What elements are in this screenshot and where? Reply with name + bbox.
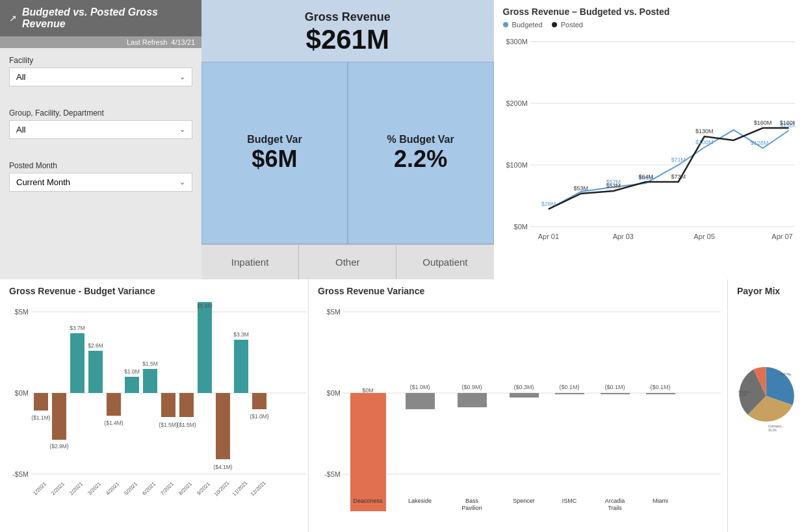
dashboard: ↗ Budgeted vs. Posted Gross Revenue Last… [0, 0, 804, 532]
gross-revenue-label: Gross Revenue [208, 10, 487, 24]
svg-text:$0M: $0M [327, 389, 341, 397]
svg-text:-$5M: -$5M [12, 470, 29, 478]
outpatient-segment[interactable]: Outpatient [396, 245, 493, 279]
revenue-variance-section: Gross Revenue Variance $5M $0M -$5M $0M … [309, 279, 728, 532]
svg-text:($0.1M): ($0.1M) [650, 384, 670, 390]
svg-text:$64M: $64M [638, 173, 653, 180]
deaconess-bar [350, 393, 386, 511]
svg-text:Trails: Trails [608, 505, 622, 511]
svg-text:($1.0M): ($1.0M) [250, 413, 268, 420]
revenue-variance-title: Gross Revenue Variance [318, 286, 718, 296]
budget-variance-section: Gross Revenue - Budget Variance $5M $0M … [0, 279, 309, 532]
revenue-variance-svg: $5M $0M -$5M $0M ($7.3M) Deaconess ($1.0… [318, 301, 727, 516]
svg-text:($1.5M): ($1.5M) [177, 422, 196, 428]
lakeside-bar [406, 393, 435, 409]
svg-text:$300M: $300M [506, 38, 528, 45]
budget-variance-svg: $5M $0M -$5M ($1.1M) 1/2021 ($2.9M) 2/20… [9, 301, 308, 516]
svg-text:$130M: $130M [695, 128, 712, 134]
bar-8 [161, 393, 175, 417]
chevron-down-icon-3: ⌄ [179, 178, 185, 186]
svg-text:Pavilion: Pavilion [461, 505, 482, 511]
svg-text:$3.3M: $3.3M [233, 331, 249, 338]
posted-dot [552, 22, 557, 27]
svg-text:$53M: $53M [573, 185, 588, 192]
bar-6 [125, 377, 139, 393]
facility-label: Facility [9, 56, 192, 65]
bar-12 [234, 340, 248, 393]
line-chart-panel: Gross Revenue – Budgeted vs. Posted Budg… [494, 0, 805, 279]
svg-text:Spencer: Spencer [513, 498, 535, 504]
payor-mix-section: Payor Mix Self Pay [728, 279, 804, 532]
svg-text:$28M: $28M [541, 201, 555, 207]
svg-text:$5M: $5M [327, 308, 341, 316]
svg-text:$0M: $0M [513, 223, 527, 231]
svg-text:9/2021: 9/2021 [196, 481, 211, 496]
svg-text:($1.4M): ($1.4M) [104, 420, 123, 426]
other-segment[interactable]: Other [299, 245, 396, 279]
svg-text:($1.0M): ($1.0M) [409, 384, 430, 390]
svg-text:Apr 01: Apr 01 [538, 233, 558, 240]
budget-var-label: Budget Var [247, 134, 302, 146]
filters-area: Facility All ⌄ Group, Facility, Departme… [0, 48, 201, 209]
svg-text:Miami: Miami [653, 498, 668, 504]
svg-text:$128M: $128M [750, 140, 768, 146]
bar-10 [198, 302, 212, 393]
svg-text:5/2021: 5/2021 [123, 481, 138, 496]
spencer-bar [510, 393, 539, 398]
svg-text:$1.0M: $1.0M [124, 368, 140, 375]
budget-var-box: Budget Var $6M [201, 62, 348, 244]
budget-var-value: $6M [252, 146, 297, 173]
inpatient-segment[interactable]: Inpatient [201, 245, 299, 279]
budget-variance-title: Gross Revenue - Budget Variance [9, 286, 299, 296]
posted-month-select[interactable]: Current Month ⌄ [9, 173, 192, 192]
bar-4 [88, 351, 103, 393]
svg-text:$100M: $100M [506, 161, 528, 169]
last-refresh-label: Last Refresh [127, 38, 167, 46]
svg-text:($0.1M): ($0.1M) [559, 384, 579, 390]
svg-text:($0.3M): ($0.3M) [513, 384, 534, 390]
svg-text:Apr 05: Apr 05 [694, 233, 714, 240]
svg-text:33.1%: 33.1% [768, 429, 777, 432]
bass-pavilion-bar [458, 393, 487, 407]
svg-text:$160M: $160M [753, 120, 771, 126]
svg-text:Commerci...: Commerci... [768, 425, 784, 429]
bar-11 [216, 393, 230, 459]
facility-select[interactable]: All ⌄ [9, 68, 192, 86]
svg-text:2/2021: 2/2021 [50, 481, 66, 496]
facility-filter-group: Facility All ⌄ [9, 56, 192, 86]
chevron-down-icon-2: ⌄ [179, 125, 185, 134]
ismc-bar [555, 393, 584, 394]
gross-revenue-kpi: Gross Revenue $261M [201, 0, 494, 62]
share-icon[interactable]: ↗ [9, 13, 17, 23]
svg-text:Bass: Bass [465, 498, 479, 504]
top-row: ↗ Budgeted vs. Posted Gross Revenue Last… [0, 0, 804, 279]
svg-text:$200M: $200M [506, 99, 528, 107]
line-chart-title: Gross Revenue – Budgeted vs. Posted [503, 6, 796, 17]
svg-text:Self Pay: Self Pay [781, 373, 792, 376]
svg-text:15.5%: 15.5% [738, 394, 747, 397]
line-chart-svg: $300M $200M $100M $0M Apr 01 Apr 03 Apr … [503, 31, 796, 252]
group-select[interactable]: All ⌄ [9, 120, 192, 139]
left-panel: ↗ Budgeted vs. Posted Gross Revenue Last… [0, 0, 201, 279]
svg-text:$71M: $71M [671, 157, 685, 163]
svg-text:Lakeside: Lakeside [408, 498, 432, 504]
svg-text:4/2021: 4/2021 [105, 481, 120, 496]
svg-text:-$5M: -$5M [324, 470, 341, 478]
gross-revenue-value: $261M [208, 24, 487, 55]
posted-legend: Posted [552, 21, 583, 29]
posted-month-value: Current Month [16, 177, 70, 187]
payor-mix-chart: Self Pay Medicaid 15.5% Commerci... 33.1… [737, 301, 795, 496]
bar-13 [252, 393, 266, 409]
segments-row: Inpatient Other Outpatient [201, 244, 494, 279]
svg-text:3/2021: 3/2021 [86, 481, 102, 496]
kpi-metrics-row: Budget Var $6M % Budget Var 2.2% [201, 62, 494, 244]
svg-text:$73M: $73M [671, 173, 685, 180]
title-bar: ↗ Budgeted vs. Posted Gross Revenue [0, 0, 201, 36]
page-title: Budgeted vs. Posted Gross Revenue [22, 6, 192, 30]
svg-text:$0M: $0M [362, 387, 374, 394]
svg-text:($1.1M): ($1.1M) [31, 414, 50, 421]
bar-3 [70, 333, 84, 393]
svg-text:($2.9M): ($2.9M) [49, 443, 68, 450]
svg-text:$53M: $53M [606, 183, 620, 189]
svg-text:($1.5M): ($1.5M) [159, 422, 177, 428]
